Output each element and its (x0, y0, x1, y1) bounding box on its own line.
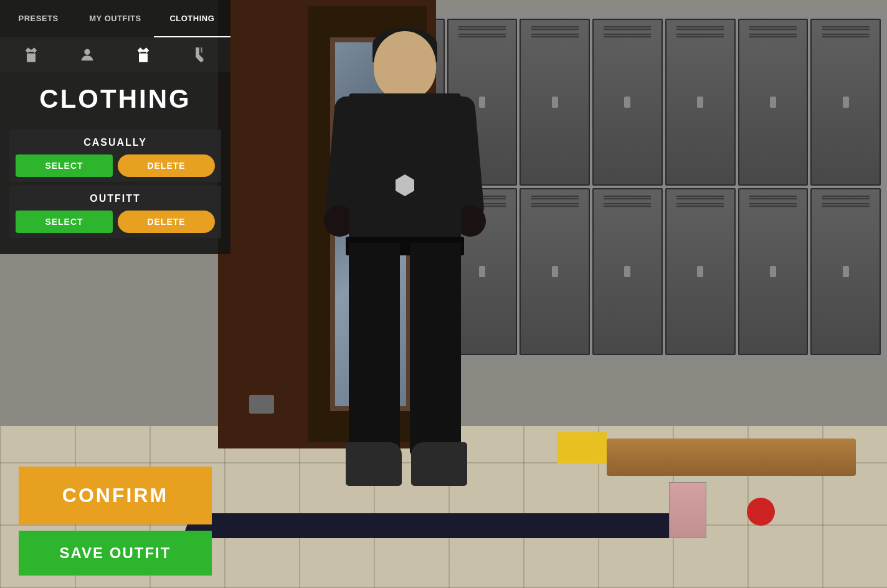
locker-unit (665, 19, 736, 186)
select-outfitt-button[interactable]: SELECT (16, 211, 113, 233)
shirt-icon (22, 46, 40, 64)
locker-unit (810, 188, 881, 355)
tshirt-icon (135, 46, 152, 64)
locker-unit (519, 188, 590, 355)
outfit-item-casually: CASUALLY SELECT DELETE (9, 130, 221, 182)
ui-panel: Presets My Outfits Clothing (0, 0, 230, 588)
locker-unit (519, 19, 590, 186)
content-area: CLOTHING CASUALLY SELECT DELETE OUTFITT … (0, 72, 230, 254)
locker-unit (665, 188, 736, 355)
char-torso (349, 93, 461, 243)
person-icon (78, 46, 96, 64)
outfit-name-outfitt: OUTFITT (16, 193, 215, 204)
select-casually-button[interactable]: SELECT (16, 154, 113, 177)
character-model (336, 31, 473, 498)
locker-unit (592, 19, 663, 186)
svg-point-0 (84, 49, 90, 54)
tab-my-outfits[interactable]: My Outfits (77, 0, 153, 37)
tab-clothing[interactable]: Clothing (154, 0, 230, 37)
tab-icon-tshirt[interactable] (115, 41, 171, 69)
tab-icon-socks[interactable] (171, 41, 227, 69)
save-outfit-button[interactable]: SAVE OUTFIT (19, 531, 212, 576)
locker-unit (738, 19, 809, 186)
outfit-casually-buttons: SELECT DELETE (16, 154, 215, 177)
socks-icon (191, 46, 208, 64)
section-title: CLOTHING (9, 84, 221, 114)
tab-icon-person[interactable] (59, 41, 115, 69)
bottom-buttons: CONFIRM SAVE OUTFIT (0, 467, 230, 588)
locker-sticker (747, 498, 775, 526)
delete-casually-button[interactable]: DELETE (118, 154, 215, 177)
floor-box (557, 432, 607, 463)
char-leg-left (349, 243, 400, 455)
outfit-outfitt-buttons: SELECT DELETE (16, 211, 215, 233)
confirm-button[interactable]: CONFIRM (19, 467, 212, 524)
locker-poster (669, 482, 706, 538)
locker-unit (592, 188, 663, 355)
outfit-name-casually: CASUALLY (16, 137, 215, 148)
char-boot-left (346, 442, 402, 486)
char-head (374, 31, 436, 100)
tab-presets[interactable]: Presets (0, 0, 77, 37)
icon-tabs-bar (0, 37, 230, 72)
electrical-outlet (249, 395, 274, 414)
char-leg-right (410, 243, 461, 455)
locker-unit (810, 19, 881, 186)
char-boot-right (411, 442, 467, 486)
outfit-item-outfitt: OUTFITT SELECT DELETE (9, 186, 221, 238)
char-badge (396, 174, 414, 196)
delete-outfitt-button[interactable]: DELETE (118, 211, 215, 233)
locker-unit (738, 188, 809, 355)
floor-stripe (183, 513, 690, 538)
tabs-bar: Presets My Outfits Clothing (0, 0, 230, 37)
bench (607, 439, 856, 476)
tab-icon-shirt[interactable] (3, 41, 59, 69)
